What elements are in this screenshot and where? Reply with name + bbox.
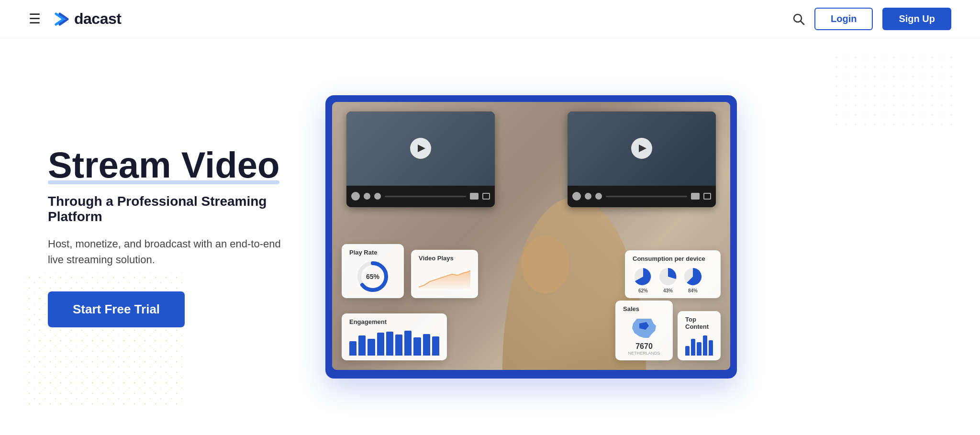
ctrl-b-expand[interactable] <box>703 193 711 200</box>
dashboard-preview: VIDEO A VIDEO B <box>325 95 951 379</box>
consumption-card: Consumption per device 62% <box>625 250 721 298</box>
navbar: ☰ dacast Login Sign Up <box>0 0 980 38</box>
ctrl-expand[interactable] <box>482 193 490 200</box>
play-rate-card: Play Rate 65% <box>342 244 404 298</box>
pie-2-chart <box>657 266 679 287</box>
svg-line-1 <box>801 21 804 24</box>
ctrl-b-back[interactable] <box>595 193 602 200</box>
video-plays-title: Video Plays <box>419 255 470 262</box>
logo-text: dacast <box>74 10 121 28</box>
bar-4 <box>377 333 384 356</box>
ctrl-b-play[interactable] <box>572 192 581 201</box>
ctrl-skip[interactable] <box>364 193 370 200</box>
engagement-card: Engagement <box>342 313 447 360</box>
hero-title-text: Stream Video <box>48 146 279 184</box>
play-rate-title: Play Rate <box>349 249 396 256</box>
signup-button[interactable]: Sign Up <box>882 8 951 30</box>
top-content-title: Top Content <box>685 316 713 330</box>
pie-3-value: 84% <box>688 288 698 293</box>
dashboard-inner: VIDEO A VIDEO B <box>332 102 730 370</box>
video-plays-card: Video Plays <box>411 250 478 298</box>
play-rate-chart: 65% <box>356 260 390 293</box>
pie-device-3: 84% <box>682 266 703 293</box>
pie-2-value: 43% <box>663 288 673 293</box>
video-b-thumbnail <box>568 112 716 186</box>
ctrl-b-skip[interactable] <box>585 193 591 200</box>
login-button[interactable]: Login <box>814 8 873 30</box>
video-b-play-button[interactable] <box>631 138 652 159</box>
sales-title: Sales <box>623 305 665 312</box>
bar-8 <box>413 337 421 356</box>
video-card-b: VIDEO B <box>568 112 716 207</box>
engagement-chart <box>349 329 439 356</box>
hero-subtitle: Through a Professional Streaming Platfor… <box>48 194 287 224</box>
tc-bar-4 <box>703 335 707 356</box>
navbar-left: ☰ dacast <box>29 10 121 28</box>
video-card-a: VIDEO A <box>346 112 495 207</box>
sales-amount-value: 7670 <box>623 342 665 351</box>
ctrl-b-progress-bar[interactable] <box>606 196 687 197</box>
person-head <box>522 236 569 293</box>
engagement-title: Engagement <box>349 318 439 325</box>
pie-1-value: 62% <box>638 288 648 293</box>
hero-content: Stream Video Through a Professional Stre… <box>48 146 287 327</box>
top-content-card: Top Content <box>678 311 721 360</box>
hero-title: Stream Video <box>48 146 287 184</box>
top-content-chart <box>685 334 713 356</box>
tc-bar-3 <box>697 342 701 356</box>
video-b-controls <box>568 186 716 207</box>
bar-6 <box>395 335 402 356</box>
pie-device-1: 62% <box>633 266 654 293</box>
bar-2 <box>358 335 366 356</box>
pie-device-2: 43% <box>657 266 679 293</box>
ctrl-play[interactable] <box>351 192 360 201</box>
sales-card: Sales 7670 NETHERLANDS <box>615 301 673 360</box>
pie-1-chart <box>633 266 654 287</box>
sales-map <box>627 316 661 340</box>
video-plays-chart <box>419 266 470 292</box>
video-a-controls <box>346 186 495 207</box>
tc-bar-5 <box>709 340 713 356</box>
ctrl-progress-bar[interactable] <box>385 196 466 197</box>
ctrl-b-volume[interactable] <box>691 193 700 200</box>
bar-7 <box>404 331 412 356</box>
play-rate-value: 65% <box>366 273 379 280</box>
video-a-play-button[interactable] <box>410 138 431 159</box>
ctrl-volume[interactable] <box>470 193 479 200</box>
bar-1 <box>349 341 356 356</box>
hero-section: Stream Video Through a Professional Stre… <box>0 38 980 435</box>
hero-description: Host, monetize, and broadcast with an en… <box>48 236 287 268</box>
sales-region: NETHERLANDS <box>623 351 665 356</box>
search-icon <box>792 13 805 25</box>
bar-9 <box>423 334 430 356</box>
search-button[interactable] <box>792 13 805 25</box>
navbar-right: Login Sign Up <box>792 8 951 30</box>
start-free-trial-button[interactable]: Start Free Trial <box>48 291 185 327</box>
hamburger-menu-icon[interactable]: ☰ <box>29 12 41 26</box>
dacast-logo-icon <box>52 10 70 28</box>
bar-3 <box>368 339 375 356</box>
video-a-thumbnail <box>346 112 495 186</box>
consumption-title: Consumption per device <box>633 255 713 262</box>
tc-bar-2 <box>691 339 695 356</box>
ctrl-back[interactable] <box>374 193 381 200</box>
logo[interactable]: dacast <box>52 10 121 28</box>
tc-bar-1 <box>685 346 690 356</box>
bar-10 <box>432 336 439 356</box>
consumption-charts: 62% 43% <box>633 266 713 293</box>
pie-3-chart <box>682 266 703 287</box>
bar-5 <box>386 332 393 356</box>
dashboard-frame: VIDEO A VIDEO B <box>325 95 737 379</box>
